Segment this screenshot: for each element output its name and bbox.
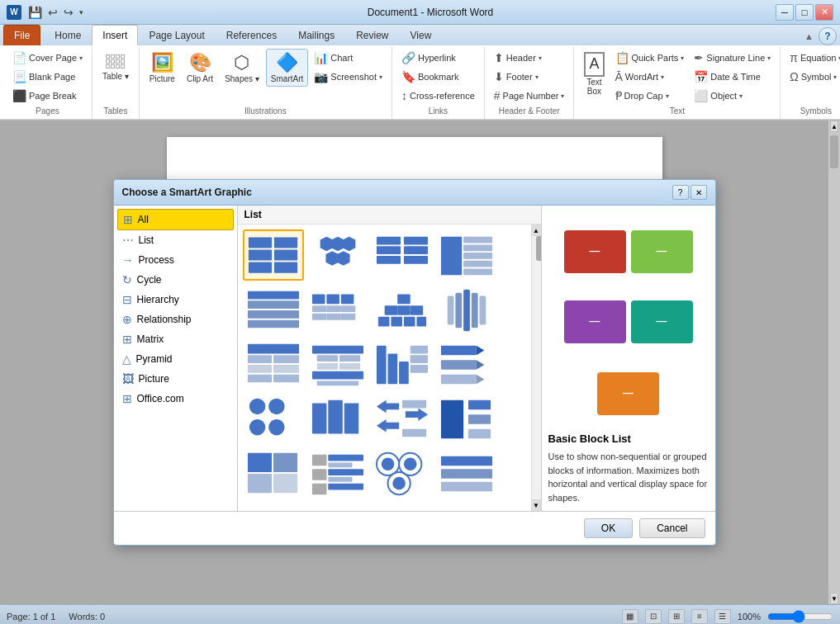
screenshot-icon: 📷 [314,70,328,83]
bookmark-button[interactable]: 🔖 Bookmark [397,68,479,86]
tab-references[interactable]: References [216,25,287,45]
grid-item-opposing-arrows[interactable] [372,393,433,444]
sidebar-item-relationship[interactable]: ⊕ Relationship [117,310,234,329]
grid-item-stacked-list[interactable] [243,284,304,335]
grid-item-two-col-list[interactable] [372,229,433,281]
grid-item-hex-cluster[interactable] [307,229,368,281]
footer-button[interactable]: ⬇ Footer ▾ [490,68,569,86]
quick-parts-button[interactable]: 📋 Quick Parts ▾ [611,49,689,67]
scroll-thumb[interactable] [830,135,838,168]
scroll-bottom-arrow[interactable]: ▼ [830,593,838,604]
outline-btn[interactable]: ≡ [691,609,708,624]
grid-item-circle-big[interactable] [372,447,433,499]
smartart-button[interactable]: 🔷 SmartArt [266,49,308,87]
table-grid-icon [106,54,125,69]
date-time-button[interactable]: 📅 Date & Time [690,68,775,86]
minimize-button[interactable]: ─ [776,4,794,21]
grid-item-stacked-venn[interactable] [436,393,497,444]
drop-cap-button[interactable]: Ᵽ Drop Cap ▾ [611,87,689,105]
svg-rect-86 [402,428,426,437]
scroll-up-arrow[interactable]: ▲ [531,225,541,236]
dialog-close-button[interactable]: ✕ [691,185,707,200]
scroll-down-arrow[interactable]: ▼ [531,499,541,511]
picture-button[interactable]: 🖼️ Picture [145,49,180,87]
help-button[interactable]: ? [819,27,837,45]
tab-mailings[interactable]: Mailings [287,25,345,45]
scroll-top-arrow[interactable]: ▲ [830,121,838,132]
tab-view[interactable]: View [400,25,443,45]
sidebar-item-process[interactable]: → Process [117,250,234,270]
dropdown-qa-btn[interactable]: ▾ [78,8,85,17]
page-break-icon: ⬛ [12,89,26,102]
signature-line-button[interactable]: ✒ Signature Line ▾ [690,49,775,67]
page-break-button[interactable]: ⬛ Page Break [8,87,87,105]
header-button[interactable]: ⬆ Header ▾ [490,49,569,67]
equation-button[interactable]: π Equation ▾ [785,49,840,67]
dialog-help-button[interactable]: ? [672,185,689,200]
svg-rect-31 [326,305,340,312]
save-qa-btn[interactable]: 💾 [26,6,44,19]
blank-page-button[interactable]: 📃 Blank Page [8,68,87,86]
symbol-button[interactable]: Ω Symbol ▾ [785,68,840,86]
grid-item-grid-matrix[interactable] [243,447,304,499]
svg-rect-109 [440,456,491,466]
grid-item-arrow-list[interactable] [436,338,497,390]
sidebar-item-office[interactable]: ⊞ Office.com [117,389,234,409]
print-layout-btn[interactable]: ▦ [622,609,638,624]
grid-item-basic-block-list[interactable] [243,229,304,281]
wordart-button[interactable]: Ā WordArt ▾ [611,68,689,86]
grid-item-circle-list[interactable] [243,393,304,444]
clip-art-button[interactable]: 🎨 Clip Art [182,49,218,87]
screenshot-button[interactable]: 📷 Screenshot ▾ [310,68,387,86]
draft-btn[interactable]: ☰ [714,609,731,624]
maximize-button[interactable]: □ [795,4,814,21]
sidebar-item-matrix[interactable]: ⊞ Matrix [117,329,234,349]
cross-reference-button[interactable]: ↕ Cross-reference [397,87,479,105]
chart-button[interactable]: 📊 Chart [310,49,387,67]
full-screen-btn[interactable]: ⊡ [645,609,662,624]
table-button[interactable]: Table ▾ [97,49,134,84]
svg-rect-79 [311,403,325,433]
text-box-button[interactable]: A TextBox [579,49,609,99]
cancel-button[interactable]: Cancel [639,518,705,538]
svg-rect-111 [440,481,491,491]
sidebar-item-cycle[interactable]: ↻ Cycle [117,270,234,290]
tab-insert[interactable]: Insert [92,25,138,45]
grid-item-grouped-list[interactable] [307,338,368,390]
undo-qa-btn[interactable]: ↩ [46,6,59,19]
two-col-thumb [375,233,429,278]
horizontal-list-thumb [311,287,365,333]
grid-item-vertical-list[interactable] [436,229,497,281]
sidebar-item-hierarchy[interactable]: ⊟ Hierarchy [117,290,234,310]
grid-item-trapezoid[interactable] [372,284,433,335]
page-number-button[interactable]: # Page Number ▾ [490,87,569,105]
svg-rect-61 [311,371,363,379]
close-button[interactable]: ✕ [815,4,833,21]
grid-item-table-list[interactable] [243,338,304,390]
sidebar-item-pyramid[interactable]: △ Pyramid [117,349,234,369]
grid-item-horizontal-list[interactable] [307,284,368,335]
hyperlink-button[interactable]: 🔗 Hyperlink [397,49,479,67]
sidebar-item-picture[interactable]: 🖼 Picture [117,369,234,389]
tab-file[interactable]: File [3,25,40,45]
zoom-slider[interactable] [767,610,833,623]
grid-item-photo-list[interactable] [307,447,368,499]
web-layout-btn[interactable]: ⊞ [668,609,685,624]
cover-page-button[interactable]: 📄 Cover Page ▾ [8,49,87,67]
shapes-button[interactable]: ⬡ Shapes ▾ [220,49,264,87]
ok-button[interactable]: OK [584,518,633,538]
sidebar-item-list[interactable]: ⋯ List [117,230,234,250]
tab-home[interactable]: Home [44,25,92,45]
object-button[interactable]: ⬜ Object ▾ [690,87,775,105]
tab-review[interactable]: Review [345,25,399,45]
ribbon-minimize-btn[interactable]: ▲ [800,30,819,43]
hierarchy-icon: ⊟ [122,293,132,306]
grid-item-vertical-chevron[interactable] [436,284,497,335]
sidebar-item-all[interactable]: ⊞ All [117,209,234,230]
grid-item-bar-chart-list[interactable] [372,338,433,390]
redo-qa-btn[interactable]: ↪ [62,6,75,19]
tab-page-layout[interactable]: Page Layout [138,25,215,45]
grid-item-chevron-list[interactable] [436,447,497,499]
grid-scroll-thumb[interactable] [536,236,541,261]
grid-item-trapezoid2[interactable] [307,393,368,444]
